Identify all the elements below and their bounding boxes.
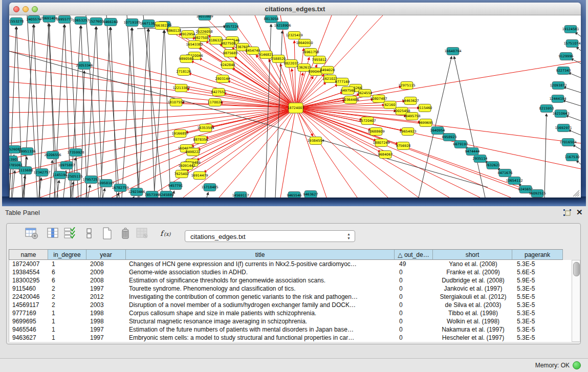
- citation-edge-red: [296, 108, 357, 198]
- graph-node-label: 2803144: [215, 77, 230, 81]
- graph-node-label: 18107554: [167, 100, 184, 104]
- citation-edge-black: [86, 27, 96, 198]
- column-header-in_degree[interactable]: in_degree: [48, 249, 86, 260]
- window-title: citations_edges.txt: [9, 5, 581, 13]
- cell-name: 9463627: [9, 334, 49, 342]
- table-row[interactable]: 1938455462009Genome-wide association stu…: [9, 268, 572, 276]
- table-row[interactable]: 946554611997Estimation of the future num…: [9, 325, 572, 334]
- cell-in_degree: 2: [49, 285, 87, 293]
- citation-edge-black: [568, 73, 581, 78]
- citation-edge-black: [545, 114, 547, 198]
- graph-node-label: 2935114: [473, 157, 488, 161]
- graph-node-label: 12325419: [286, 33, 302, 37]
- graph-node-label: 14463627: [402, 99, 419, 103]
- table-row[interactable]: 977716911998Corpus callosum shape and si…: [9, 309, 572, 317]
- graph-node-label: 9875685: [223, 51, 238, 55]
- window-titlebar[interactable]: citations_edges.txt: [9, 3, 581, 15]
- close-panel-icon[interactable]: ✕: [576, 208, 584, 217]
- delete-column-icon[interactable]: [136, 227, 150, 242]
- citation-edge-black: [103, 188, 105, 198]
- cell-name: 18300295: [9, 276, 49, 285]
- table-row[interactable]: 946362711997Embryonic stem cells: a mode…: [9, 334, 572, 342]
- column-header-pagerank[interactable]: pagerank: [512, 249, 563, 260]
- graph-node-label: 10958107: [97, 181, 114, 185]
- cell-in_degree: 6: [49, 268, 87, 276]
- new-file-icon[interactable]: [100, 227, 115, 242]
- cell-in_degree: 2: [49, 293, 87, 301]
- table-row[interactable]: 1830029562008Estimation of significance …: [9, 276, 572, 285]
- graph-node-label: 19951336: [18, 149, 35, 154]
- graph-node-label: 15692971: [555, 126, 572, 130]
- graph-node-label: 15718485: [201, 185, 218, 189]
- resize-grip-icon[interactable]: [573, 190, 579, 196]
- function-builder-icon[interactable]: f(x): [159, 227, 173, 242]
- graph-node-label: 9115460: [418, 106, 432, 110]
- graph-node-label: 9474444: [465, 149, 480, 154]
- table-row[interactable]: 1456911722003Disruption of a novel membe…: [9, 301, 572, 309]
- cell-year: 1997: [87, 334, 126, 342]
- row-height-icon[interactable]: [82, 227, 97, 242]
- table-row[interactable]: 969969511998Structural magnetic resonanc…: [9, 317, 572, 325]
- cell-title: Disruption of a novel member of a sodium…: [126, 301, 395, 309]
- select-rows-icon[interactable]: [63, 227, 77, 242]
- delete-table-icon[interactable]: [119, 227, 133, 242]
- citation-edge-red: [191, 108, 296, 163]
- column-select-icon[interactable]: [47, 227, 61, 242]
- graph-node-label: 15720407: [359, 119, 376, 123]
- citation-edge-black: [132, 28, 138, 198]
- table-select-dropdown[interactable]: citations_edges.txt ▲▼: [185, 230, 355, 242]
- cell-title: Estimation of the future numbers of pati…: [126, 325, 395, 334]
- citation-network-graph[interactable]: 1872400715532782405574206914061695577110…: [9, 15, 581, 198]
- graph-node-label: 9245889: [159, 193, 174, 197]
- graph-node-label: 9129996: [559, 54, 574, 58]
- graph-node-label: 9463627: [303, 192, 318, 196]
- graph-node-label: 20691406: [40, 16, 57, 20]
- citation-edge-red: [296, 108, 533, 192]
- citation-edge-black: [138, 29, 148, 198]
- graph-node-label: 12505135: [66, 174, 82, 179]
- cell-short: Wolkin et al. (1998): [433, 317, 513, 325]
- graph-node-label: 20206556: [44, 153, 61, 157]
- column-header-year[interactable]: year: [86, 249, 126, 260]
- table-row[interactable]: 2242004622012Investigating the contribut…: [9, 293, 572, 301]
- column-header-short[interactable]: short: [433, 249, 512, 260]
- cell-year: 2012: [87, 293, 126, 301]
- table-scrollbar[interactable]: [572, 260, 580, 342]
- cell-pagerank: 5.3E-5: [513, 317, 563, 325]
- graph-node-label: 19166857: [171, 132, 188, 136]
- graph-node-label: 8427552: [211, 90, 226, 94]
- table-row[interactable]: 1872400712008Changes of HCN gene express…: [9, 260, 572, 268]
- cell-year: 2003: [87, 301, 126, 309]
- table-row[interactable]: 911546021997Tourette syndrome. Phenomeno…: [9, 285, 572, 293]
- cell-out_de: 0: [395, 325, 433, 334]
- graph-node-label: 9756928: [396, 144, 411, 148]
- graph-node-label: 7625402: [175, 172, 189, 176]
- network-canvas[interactable]: 1872400715532782405574206914061695577110…: [9, 15, 581, 198]
- column-header-title[interactable]: title: [126, 249, 395, 260]
- memory-ok-indicator-icon: [573, 361, 581, 369]
- graph-node-label: 9777169: [335, 80, 350, 84]
- cell-pagerank: 5.3E-5: [513, 285, 563, 293]
- graph-node-label: 1362615: [297, 65, 312, 70]
- cell-out_de: 0: [395, 301, 433, 309]
- graph-node-label: 1640954: [430, 128, 445, 133]
- cell-name: 9115460: [9, 285, 49, 293]
- graph-node-label: 9699695: [419, 121, 433, 125]
- scrollbar-thumb[interactable]: [573, 262, 580, 276]
- column-header-name[interactable]: name: [9, 249, 48, 260]
- table-settings-icon[interactable]: [25, 227, 39, 242]
- graph-node-label: 16091447: [178, 164, 195, 168]
- citation-edge-black: [568, 130, 581, 135]
- table-panel-header: Table Panel ✕: [0, 206, 588, 220]
- cell-short: de Silva et al. (2003): [433, 301, 513, 309]
- citation-edge-black: [154, 30, 164, 198]
- cell-out_de: 49: [395, 260, 433, 268]
- cell-short: Tibbo et al. (1998): [433, 309, 513, 317]
- float-panel-icon[interactable]: [563, 209, 572, 217]
- graph-node-label: 16955771: [56, 17, 73, 21]
- graph-node-label: 1527602: [89, 19, 104, 24]
- graph-node-label: 62160: [385, 103, 396, 107]
- column-header-out_de[interactable]: △ out_de…: [395, 249, 433, 260]
- graph-node-label: 2588520: [271, 57, 286, 61]
- graph-node-label: 18807249: [373, 141, 389, 145]
